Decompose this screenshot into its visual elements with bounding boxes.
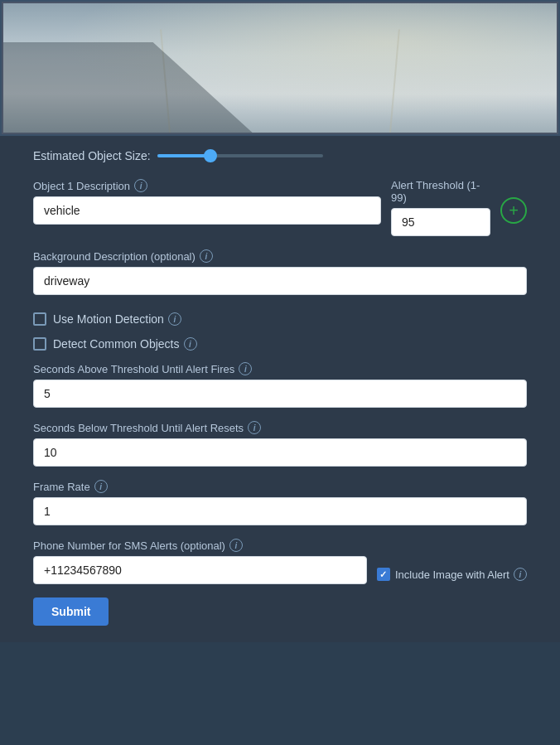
slider-thumb bbox=[204, 149, 217, 162]
phone-input[interactable] bbox=[33, 556, 367, 584]
add-object-button[interactable]: + bbox=[500, 197, 527, 224]
seconds-below-group: Seconds Below Threshold Until Alert Rese… bbox=[33, 421, 527, 467]
seconds-above-label: Seconds Above Threshold Until Alert Fire… bbox=[33, 362, 527, 375]
object-desc-col: Object 1 Description i bbox=[33, 179, 381, 225]
background-desc-input[interactable] bbox=[33, 267, 527, 295]
include-image-checkbox[interactable] bbox=[377, 568, 390, 581]
detect-common-objects-checkbox[interactable] bbox=[33, 337, 46, 351]
seconds-above-info-icon[interactable]: i bbox=[239, 362, 252, 375]
include-image-info-icon[interactable]: i bbox=[514, 568, 527, 581]
seconds-below-label: Seconds Below Threshold Until Alert Rese… bbox=[33, 421, 527, 434]
include-image-label: Include Image with Alert i bbox=[395, 568, 527, 581]
camera-preview bbox=[0, 0, 560, 136]
seconds-above-group: Seconds Above Threshold Until Alert Fire… bbox=[33, 362, 527, 408]
object-desc-info-icon[interactable]: i bbox=[134, 179, 147, 192]
phone-col: Phone Number for SMS Alerts (optional) i bbox=[33, 539, 367, 584]
phone-label: Phone Number for SMS Alerts (optional) i bbox=[33, 539, 367, 552]
alert-threshold-input[interactable] bbox=[391, 208, 490, 236]
slider-fill bbox=[157, 154, 207, 157]
background-desc-group: Background Description (optional) i bbox=[33, 249, 527, 295]
submit-row: Submit bbox=[33, 597, 527, 626]
object-desc-label: Object 1 Description i bbox=[33, 179, 381, 192]
use-motion-detection-label: Use Motion Detection i bbox=[53, 312, 181, 326]
object-threshold-row: Object 1 Description i Alert Threshold (… bbox=[33, 179, 527, 236]
object-desc-input[interactable] bbox=[33, 196, 381, 225]
frame-rate-input[interactable] bbox=[33, 497, 527, 525]
threshold-col: Alert Threshold (1-99) bbox=[391, 179, 490, 236]
seconds-above-input[interactable] bbox=[33, 380, 527, 408]
use-motion-detection-row: Use Motion Detection i bbox=[33, 312, 527, 326]
background-desc-label: Background Description (optional) i bbox=[33, 249, 527, 263]
phone-include-row: Phone Number for SMS Alerts (optional) i… bbox=[33, 539, 527, 584]
common-objects-info-icon[interactable]: i bbox=[184, 337, 197, 351]
seconds-below-info-icon[interactable]: i bbox=[248, 421, 261, 434]
estimated-object-size-slider[interactable] bbox=[157, 154, 323, 157]
motion-detection-info-icon[interactable]: i bbox=[168, 312, 181, 326]
phone-info-icon[interactable]: i bbox=[229, 539, 243, 552]
detect-common-objects-label: Detect Common Objects i bbox=[53, 337, 197, 351]
alert-threshold-label: Alert Threshold (1-99) bbox=[391, 179, 490, 204]
frame-rate-group: Frame Rate i bbox=[33, 480, 527, 525]
background-desc-info-icon[interactable]: i bbox=[200, 249, 213, 263]
frame-rate-label: Frame Rate i bbox=[33, 480, 527, 493]
seconds-below-input[interactable] bbox=[33, 438, 527, 467]
submit-button[interactable]: Submit bbox=[33, 597, 109, 626]
include-image-col: Include Image with Alert i bbox=[377, 568, 527, 581]
frame-rate-info-icon[interactable]: i bbox=[94, 480, 108, 493]
detect-common-objects-row: Detect Common Objects i bbox=[33, 337, 527, 351]
estimated-object-size-label: Estimated Object Size: bbox=[33, 149, 151, 162]
use-motion-detection-checkbox[interactable] bbox=[33, 312, 46, 326]
estimated-object-size-row: Estimated Object Size: bbox=[33, 149, 527, 162]
